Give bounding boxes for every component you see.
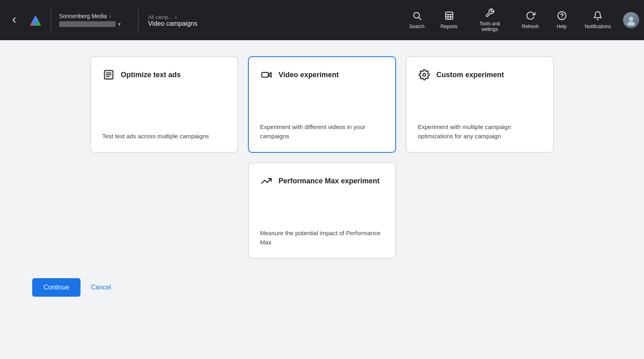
notifications-button[interactable]: Notifications: [578, 8, 618, 33]
search-label: Search: [409, 24, 425, 29]
help-icon: [557, 11, 567, 22]
card-grid-top: Optimize text ads Test text ads across m…: [32, 56, 612, 153]
account-chevron: ›: [109, 13, 111, 19]
text-lines-icon: [102, 68, 115, 81]
card-header-custom: Custom experiment: [418, 68, 542, 81]
tools-label: Tools and settings: [474, 21, 506, 33]
user-avatar[interactable]: [623, 12, 639, 28]
svg-line-2: [419, 17, 421, 20]
notifications-icon: [593, 11, 603, 22]
refresh-label: Refresh: [522, 24, 539, 29]
nav-breadcrumb: Sonnenberg Media › ▾: [54, 13, 135, 27]
svg-point-18: [423, 74, 426, 76]
help-button[interactable]: Help: [548, 8, 576, 33]
refresh-icon: [526, 11, 535, 22]
gear-icon: [418, 68, 431, 81]
refresh-button[interactable]: Refresh: [515, 8, 546, 33]
nav-divider-2: [138, 10, 138, 30]
optimize-text-ads-description: Test text ads across multiple campaigns: [102, 127, 226, 141]
custom-experiment-card[interactable]: Custom experiment Experiment with multip…: [406, 56, 554, 153]
svg-rect-3: [446, 12, 453, 19]
topnav: Sonnenberg Media › ▾ All camp... › Video…: [0, 0, 644, 40]
breadcrumb-parent[interactable]: All camp...: [148, 14, 173, 20]
performance-max-title: Performance Max experiment: [279, 177, 380, 185]
cancel-button[interactable]: Cancel: [87, 278, 115, 297]
footer-actions: Continue Cancel: [32, 278, 612, 297]
tools-icon: [485, 8, 495, 19]
nav-right-actions: Search Reports Tools and settings: [402, 5, 639, 36]
account-name[interactable]: Sonnenberg Media: [59, 13, 107, 19]
help-label: Help: [557, 24, 567, 29]
video-experiment-description: Experiment with different videos in your…: [260, 118, 384, 141]
svg-point-11: [627, 21, 635, 26]
reports-icon: [444, 11, 454, 22]
search-icon: [412, 11, 422, 22]
performance-max-description: Measure the potential impact of Performa…: [260, 224, 384, 247]
avatar-image: [623, 12, 639, 28]
card-grid-bottom: Performance Max experiment Measure the p…: [32, 162, 612, 259]
back-button[interactable]: [5, 12, 23, 28]
card-header-perf-max: Performance Max experiment: [260, 174, 384, 187]
video-experiment-title: Video experiment: [279, 71, 339, 79]
nav-divider-1: [51, 10, 51, 30]
video-experiment-card[interactable]: Video experiment Experiment with differe…: [248, 56, 396, 153]
custom-experiment-title: Custom experiment: [436, 71, 504, 79]
google-ads-logo[interactable]: [23, 13, 47, 27]
card-header-optimize: Optimize text ads: [102, 68, 226, 81]
reports-label: Reports: [441, 24, 458, 29]
search-button[interactable]: Search: [402, 8, 432, 33]
campaign-breadcrumb: All camp... › Video campaigns: [142, 13, 204, 27]
trend-arrow-icon: [260, 174, 273, 187]
account-bar: [59, 21, 116, 27]
campaign-title: Video campaigns: [148, 20, 197, 27]
custom-experiment-description: Experiment with multiple campaign optimi…: [418, 118, 542, 141]
video-camera-icon: [260, 68, 273, 81]
reports-button[interactable]: Reports: [433, 8, 465, 33]
svg-point-10: [629, 16, 634, 21]
continue-button[interactable]: Continue: [32, 278, 80, 297]
dropdown-arrow-icon[interactable]: ▾: [118, 21, 121, 27]
performance-max-card[interactable]: Performance Max experiment Measure the p…: [248, 162, 396, 259]
optimize-text-ads-card[interactable]: Optimize text ads Test text ads across m…: [90, 56, 238, 153]
optimize-text-ads-title: Optimize text ads: [121, 71, 181, 79]
breadcrumb-chevron: ›: [175, 14, 177, 20]
notifications-label: Notifications: [585, 24, 611, 29]
svg-rect-16: [262, 72, 268, 77]
card-header-video: Video experiment: [260, 68, 384, 81]
main-content: Optimize text ads Test text ads across m…: [0, 40, 644, 359]
tools-settings-button[interactable]: Tools and settings: [466, 5, 513, 36]
